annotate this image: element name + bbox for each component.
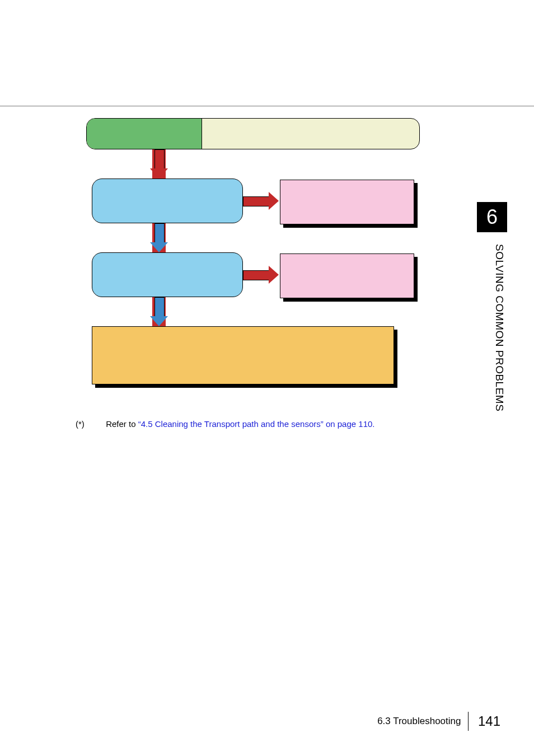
chapter-title: SOLVING COMMON PROBLEMS xyxy=(489,244,505,445)
footnote-prefix: Refer to xyxy=(106,419,138,429)
page-footer: 6.3 Troubleshooting 141 xyxy=(0,712,534,731)
flow-result-1 xyxy=(280,180,414,224)
footer-page-number: 141 xyxy=(478,713,500,729)
flow-step-1 xyxy=(92,179,243,223)
footnote: (*) Refer to “4.5 Cleaning the Transport… xyxy=(76,419,375,429)
flowchart xyxy=(86,118,420,393)
arrow-down-3 xyxy=(152,297,166,326)
chapter-number: 6 xyxy=(486,205,498,228)
footnote-link[interactable]: “4.5 Cleaning the Transport path and the… xyxy=(138,419,375,429)
flow-outcome xyxy=(92,326,394,384)
chapter-tab: 6 xyxy=(477,202,507,232)
flow-result-2 xyxy=(280,253,414,298)
footer-separator xyxy=(468,712,469,731)
arrow-right-2 xyxy=(243,268,279,281)
flow-step-2 xyxy=(92,252,243,297)
flow-header-box xyxy=(86,118,420,149)
footnote-marker: (*) xyxy=(76,419,104,429)
arrow-down-2 xyxy=(152,223,166,252)
footer-section: 6.3 Troubleshooting xyxy=(377,716,461,726)
arrow-down-1 xyxy=(152,149,166,179)
top-rule xyxy=(0,106,534,106)
flow-header-left xyxy=(87,119,202,149)
arrow-right-1 xyxy=(243,194,279,208)
